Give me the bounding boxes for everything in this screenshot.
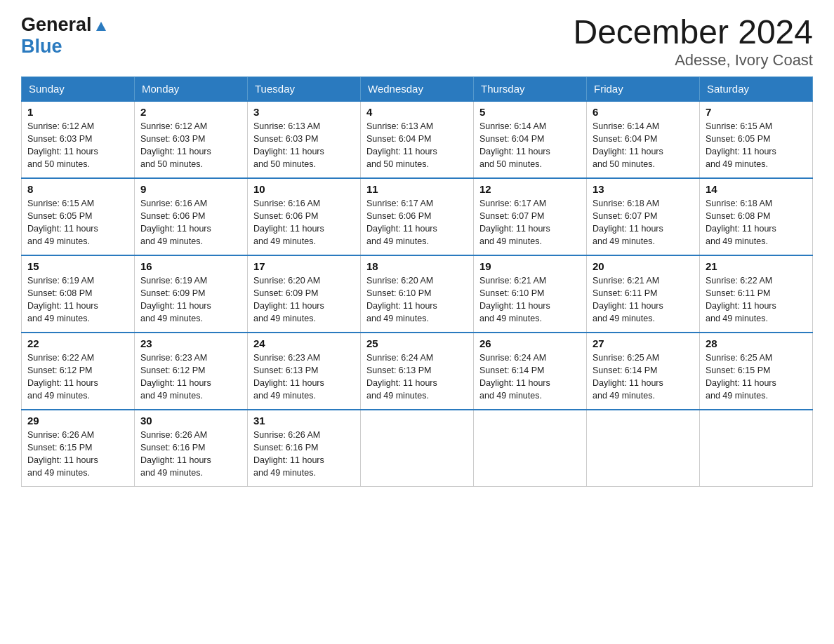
day-info: Sunrise: 6:26 AMSunset: 6:15 PMDaylight:… <box>27 429 128 480</box>
day-number: 29 <box>27 415 128 427</box>
day-number: 14 <box>706 183 807 195</box>
col-monday: Monday <box>135 76 248 101</box>
table-row: 3Sunrise: 6:13 AMSunset: 6:03 PMDaylight… <box>248 101 361 178</box>
day-info: Sunrise: 6:21 AMSunset: 6:10 PMDaylight:… <box>479 274 581 326</box>
day-info: Sunrise: 6:16 AMSunset: 6:06 PMDaylight:… <box>140 197 241 248</box>
table-row: 12Sunrise: 6:17 AMSunset: 6:07 PMDayligh… <box>474 178 587 255</box>
day-number: 17 <box>253 260 355 272</box>
day-info: Sunrise: 6:24 AMSunset: 6:14 PMDaylight:… <box>479 351 581 403</box>
day-number: 25 <box>366 337 468 349</box>
table-row: 10Sunrise: 6:16 AMSunset: 6:06 PMDayligh… <box>248 178 361 255</box>
day-info: Sunrise: 6:13 AMSunset: 6:03 PMDaylight:… <box>253 120 355 171</box>
day-info: Sunrise: 6:26 AMSunset: 6:16 PMDaylight:… <box>140 429 241 480</box>
table-row: 6Sunrise: 6:14 AMSunset: 6:04 PMDaylight… <box>587 101 700 178</box>
table-row: 8Sunrise: 6:15 AMSunset: 6:05 PMDaylight… <box>22 178 135 255</box>
day-number: 16 <box>140 260 241 272</box>
col-tuesday: Tuesday <box>248 76 361 101</box>
table-row <box>587 410 700 487</box>
table-row: 30Sunrise: 6:26 AMSunset: 6:16 PMDayligh… <box>135 410 248 487</box>
table-row: 14Sunrise: 6:18 AMSunset: 6:08 PMDayligh… <box>700 178 813 255</box>
logo: General Blue <box>21 14 109 58</box>
day-number: 15 <box>27 260 128 272</box>
col-friday: Friday <box>587 76 700 101</box>
day-info: Sunrise: 6:18 AMSunset: 6:07 PMDaylight:… <box>593 197 694 248</box>
calendar-week-row: 22Sunrise: 6:22 AMSunset: 6:12 PMDayligh… <box>22 333 813 410</box>
day-number: 30 <box>140 415 241 427</box>
day-info: Sunrise: 6:26 AMSunset: 6:16 PMDaylight:… <box>253 429 355 480</box>
day-info: Sunrise: 6:14 AMSunset: 6:04 PMDaylight:… <box>479 120 581 171</box>
table-row: 11Sunrise: 6:17 AMSunset: 6:06 PMDayligh… <box>361 178 474 255</box>
day-info: Sunrise: 6:17 AMSunset: 6:06 PMDaylight:… <box>366 197 468 248</box>
table-row: 23Sunrise: 6:23 AMSunset: 6:12 PMDayligh… <box>135 333 248 410</box>
day-info: Sunrise: 6:19 AMSunset: 6:09 PMDaylight:… <box>140 274 241 326</box>
col-saturday: Saturday <box>700 76 813 101</box>
day-number: 18 <box>366 260 468 272</box>
day-info: Sunrise: 6:24 AMSunset: 6:13 PMDaylight:… <box>366 351 468 403</box>
table-row: 1Sunrise: 6:12 AMSunset: 6:03 PMDaylight… <box>22 101 135 178</box>
day-number: 31 <box>253 415 355 427</box>
calendar-header-row: Sunday Monday Tuesday Wednesday Thursday… <box>22 76 813 101</box>
table-row: 5Sunrise: 6:14 AMSunset: 6:04 PMDaylight… <box>474 101 587 178</box>
day-info: Sunrise: 6:14 AMSunset: 6:04 PMDaylight:… <box>593 120 694 171</box>
page-header: General Blue December 2024 Adesse, Ivory… <box>21 14 813 69</box>
table-row <box>700 410 813 487</box>
day-info: Sunrise: 6:15 AMSunset: 6:05 PMDaylight:… <box>706 120 807 171</box>
table-row: 28Sunrise: 6:25 AMSunset: 6:15 PMDayligh… <box>700 333 813 410</box>
table-row: 13Sunrise: 6:18 AMSunset: 6:07 PMDayligh… <box>587 178 700 255</box>
day-number: 11 <box>366 183 468 195</box>
table-row: 2Sunrise: 6:12 AMSunset: 6:03 PMDaylight… <box>135 101 248 178</box>
table-row: 16Sunrise: 6:19 AMSunset: 6:09 PMDayligh… <box>135 255 248 333</box>
title-block: December 2024 Adesse, Ivory Coast <box>573 14 813 69</box>
day-info: Sunrise: 6:20 AMSunset: 6:10 PMDaylight:… <box>366 274 468 326</box>
day-number: 19 <box>479 260 581 272</box>
location-title: Adesse, Ivory Coast <box>573 51 813 69</box>
table-row: 24Sunrise: 6:23 AMSunset: 6:13 PMDayligh… <box>248 333 361 410</box>
day-info: Sunrise: 6:22 AMSunset: 6:11 PMDaylight:… <box>706 274 807 326</box>
day-number: 6 <box>593 106 694 118</box>
day-number: 8 <box>27 183 128 195</box>
day-info: Sunrise: 6:15 AMSunset: 6:05 PMDaylight:… <box>27 197 128 248</box>
day-number: 3 <box>253 106 355 118</box>
day-number: 22 <box>27 337 128 349</box>
day-info: Sunrise: 6:19 AMSunset: 6:08 PMDaylight:… <box>27 274 128 326</box>
table-row: 27Sunrise: 6:25 AMSunset: 6:14 PMDayligh… <box>587 333 700 410</box>
calendar-week-row: 29Sunrise: 6:26 AMSunset: 6:15 PMDayligh… <box>22 410 813 487</box>
table-row <box>474 410 587 487</box>
day-number: 12 <box>479 183 581 195</box>
day-number: 23 <box>140 337 241 349</box>
table-row: 26Sunrise: 6:24 AMSunset: 6:14 PMDayligh… <box>474 333 587 410</box>
day-info: Sunrise: 6:25 AMSunset: 6:15 PMDaylight:… <box>706 351 807 403</box>
table-row: 4Sunrise: 6:13 AMSunset: 6:04 PMDaylight… <box>361 101 474 178</box>
day-info: Sunrise: 6:16 AMSunset: 6:06 PMDaylight:… <box>253 197 355 248</box>
table-row: 17Sunrise: 6:20 AMSunset: 6:09 PMDayligh… <box>248 255 361 333</box>
day-number: 1 <box>27 106 128 118</box>
day-info: Sunrise: 6:22 AMSunset: 6:12 PMDaylight:… <box>27 351 128 403</box>
day-number: 20 <box>593 260 694 272</box>
day-number: 28 <box>706 337 807 349</box>
day-info: Sunrise: 6:21 AMSunset: 6:11 PMDaylight:… <box>593 274 694 326</box>
day-number: 10 <box>253 183 355 195</box>
calendar-week-row: 8Sunrise: 6:15 AMSunset: 6:05 PMDaylight… <box>22 178 813 255</box>
day-number: 26 <box>479 337 581 349</box>
calendar-table: Sunday Monday Tuesday Wednesday Thursday… <box>21 76 813 488</box>
day-info: Sunrise: 6:18 AMSunset: 6:08 PMDaylight:… <box>706 197 807 248</box>
col-thursday: Thursday <box>474 76 587 101</box>
table-row: 9Sunrise: 6:16 AMSunset: 6:06 PMDaylight… <box>135 178 248 255</box>
table-row: 7Sunrise: 6:15 AMSunset: 6:05 PMDaylight… <box>700 101 813 178</box>
day-info: Sunrise: 6:12 AMSunset: 6:03 PMDaylight:… <box>140 120 241 171</box>
day-info: Sunrise: 6:12 AMSunset: 6:03 PMDaylight:… <box>27 120 128 171</box>
day-number: 2 <box>140 106 241 118</box>
day-info: Sunrise: 6:23 AMSunset: 6:12 PMDaylight:… <box>140 351 241 403</box>
day-info: Sunrise: 6:23 AMSunset: 6:13 PMDaylight:… <box>253 351 355 403</box>
table-row: 29Sunrise: 6:26 AMSunset: 6:15 PMDayligh… <box>22 410 135 487</box>
calendar-week-row: 1Sunrise: 6:12 AMSunset: 6:03 PMDaylight… <box>22 101 813 178</box>
svg-marker-0 <box>96 22 106 31</box>
day-number: 13 <box>593 183 694 195</box>
day-number: 9 <box>140 183 241 195</box>
day-info: Sunrise: 6:13 AMSunset: 6:04 PMDaylight:… <box>366 120 468 171</box>
table-row: 15Sunrise: 6:19 AMSunset: 6:08 PMDayligh… <box>22 255 135 333</box>
day-number: 27 <box>593 337 694 349</box>
logo-blue-text: Blue <box>21 36 62 57</box>
logo-general-text: General <box>21 14 92 36</box>
calendar-week-row: 15Sunrise: 6:19 AMSunset: 6:08 PMDayligh… <box>22 255 813 333</box>
